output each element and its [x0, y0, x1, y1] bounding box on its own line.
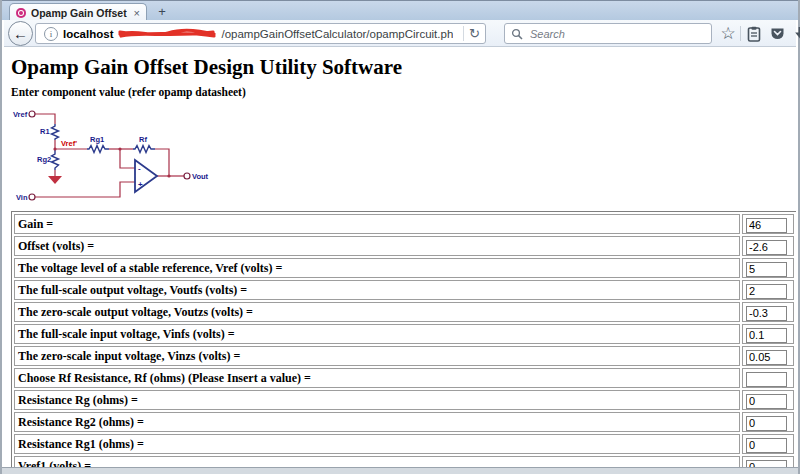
row-value-cell [742, 434, 794, 454]
row-label: Choose Rf Resistance, Rf (ohms) (Please … [14, 368, 740, 388]
navigation-toolbar: ← i localhost /opampGainOffsetCalculator… [4, 20, 796, 47]
component-table: Gain = Offset (volts) = The voltage leve… [11, 211, 796, 468]
page-subtitle: Enter component value (refer opamp datas… [11, 86, 796, 98]
row-value-input[interactable] [746, 284, 787, 299]
table-row: The zero-scale output voltage, Voutzs (v… [14, 302, 794, 322]
resistor-rg2 [52, 149, 59, 170]
new-tab-button[interactable]: + [154, 4, 170, 19]
site-info-icon[interactable]: i [44, 27, 58, 41]
table-row: Choose Rf Resistance, Rf (ohms) (Please … [14, 368, 794, 388]
opamp-circuit-diagram: Vref R1 Rg2 Rg1 Rf Vin Vout Vref' - + [11, 104, 211, 204]
label-rg2: Rg2 [37, 155, 51, 164]
table-row: Resistance Rg (ohms) = [14, 390, 794, 410]
bookmark-star-icon[interactable]: ☆ [717, 23, 739, 44]
row-value-input[interactable] [746, 240, 787, 255]
url-path: /opampGainOffsetCalculator/opampCircuit.… [221, 28, 453, 40]
terminal-vref [29, 111, 35, 117]
row-value-input[interactable] [746, 218, 787, 233]
row-value-input[interactable] [746, 438, 787, 453]
label-vref: Vref [13, 110, 28, 119]
table-row: Gain = [14, 214, 794, 234]
row-label: The zero-scale output voltage, Voutzs (v… [14, 302, 740, 322]
search-input[interactable] [528, 27, 705, 41]
row-value-input[interactable] [746, 262, 787, 277]
url-host: localhost [63, 28, 113, 40]
table-row: Offset (volts) = [14, 236, 794, 256]
search-bar[interactable] [504, 23, 712, 44]
toolbar-divider [740, 26, 741, 41]
table-row: The zero-scale input voltage, Vinzs (vol… [14, 346, 794, 366]
row-label: Resistance Rg2 (ohms) = [14, 412, 740, 432]
urlbar-divider [463, 26, 464, 41]
window-bottom-frame [2, 467, 798, 474]
page-content: Opamp Gain Offset Design Utility Softwar… [4, 47, 796, 468]
row-label: Resistance Rg (ohms) = [14, 390, 740, 410]
table-row: The full-scale output voltage, Voutfs (v… [14, 280, 794, 300]
row-label: The full-scale output voltage, Voutfs (v… [14, 280, 740, 300]
row-label: The zero-scale input voltage, Vinzs (vol… [14, 346, 740, 366]
page-title: Opamp Gain Offset Design Utility Softwar… [11, 56, 796, 78]
row-value-cell [742, 280, 794, 300]
row-value-cell [742, 214, 794, 234]
row-value-input[interactable] [746, 372, 787, 387]
tab-favicon-icon [16, 8, 26, 18]
row-label: Resistance Rg1 (ohms) = [14, 434, 740, 454]
label-r1: R1 [40, 127, 50, 136]
download-icon[interactable] [789, 23, 800, 44]
row-value-cell [742, 236, 794, 256]
row-value-input[interactable] [746, 350, 787, 365]
search-icon [511, 28, 523, 40]
row-value-input[interactable] [746, 306, 787, 321]
label-rg1: Rg1 [90, 135, 104, 144]
terminal-vout [184, 173, 190, 179]
resistor-rg1 [87, 146, 109, 153]
reload-icon[interactable]: ↻ [469, 26, 480, 41]
row-label: The voltage level of a stable reference,… [14, 258, 740, 278]
row-value-cell [742, 302, 794, 322]
ground-icon [48, 176, 62, 184]
tab-bar: Opamp Gain Offset Design... × + [2, 0, 798, 20]
browser-tab[interactable]: Opamp Gain Offset Design... × [9, 3, 147, 21]
row-value-cell [742, 368, 794, 388]
row-label: Offset (volts) = [14, 236, 740, 256]
browser-window: Opamp Gain Offset Design... × + ← i loca… [0, 0, 800, 474]
label-vin: Vin [16, 193, 28, 202]
tab-close-icon[interactable]: × [134, 8, 140, 18]
row-value-input[interactable] [746, 328, 787, 343]
row-value-cell [742, 346, 794, 366]
back-button[interactable]: ← [8, 21, 33, 46]
url-redaction-scribble [118, 28, 216, 40]
terminal-vin [29, 194, 35, 200]
table-row: The voltage level of a stable reference,… [14, 258, 794, 278]
resistor-r1 [52, 124, 59, 140]
row-value-cell [742, 412, 794, 432]
table-row: Resistance Rg2 (ohms) = [14, 412, 794, 432]
tab-title: Opamp Gain Offset Design... [31, 7, 129, 19]
row-label: Gain = [14, 214, 740, 234]
row-value-cell [742, 390, 794, 410]
label-rf: Rf [139, 135, 147, 144]
row-value-cell [742, 324, 794, 344]
table-row: Resistance Rg1 (ohms) = [14, 434, 794, 454]
label-vout: Vout [192, 172, 209, 181]
resistor-rf [133, 146, 155, 153]
label-vref-node: Vref' [61, 139, 77, 148]
row-value-input[interactable] [746, 416, 787, 431]
row-label: The full-scale input voltage, Vinfs (vol… [14, 324, 740, 344]
pocket-icon[interactable] [766, 23, 788, 44]
opamp-minus-label: - [138, 164, 141, 173]
url-bar[interactable]: i localhost /opampGainOffsetCalculator/o… [35, 23, 486, 44]
table-row: The full-scale input voltage, Vinfs (vol… [14, 324, 794, 344]
row-value-cell [742, 258, 794, 278]
bookmarks-menu-icon[interactable] [743, 23, 765, 44]
opamp-plus-label: + [138, 180, 143, 189]
row-value-input[interactable] [746, 394, 787, 409]
component-table-body: Gain = Offset (volts) = The voltage leve… [14, 214, 794, 468]
